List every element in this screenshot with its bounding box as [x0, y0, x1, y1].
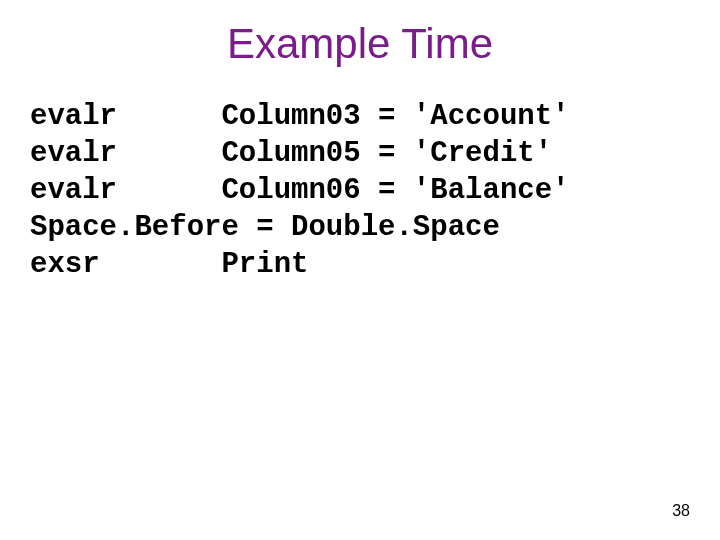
code-line-4: Space.Before = Double.Space — [30, 211, 500, 244]
code-line-3: evalr Column06 = 'Balance' — [30, 174, 570, 207]
page-number: 38 — [672, 502, 690, 520]
code-line-2: evalr Column05 = 'Credit' — [30, 137, 552, 170]
code-line-5: exsr Print — [30, 248, 308, 281]
code-line-1: evalr Column03 = 'Account' — [30, 100, 570, 133]
code-block: evalr Column03 = 'Account' evalr Column0… — [0, 98, 720, 284]
slide-title: Example Time — [0, 0, 720, 98]
